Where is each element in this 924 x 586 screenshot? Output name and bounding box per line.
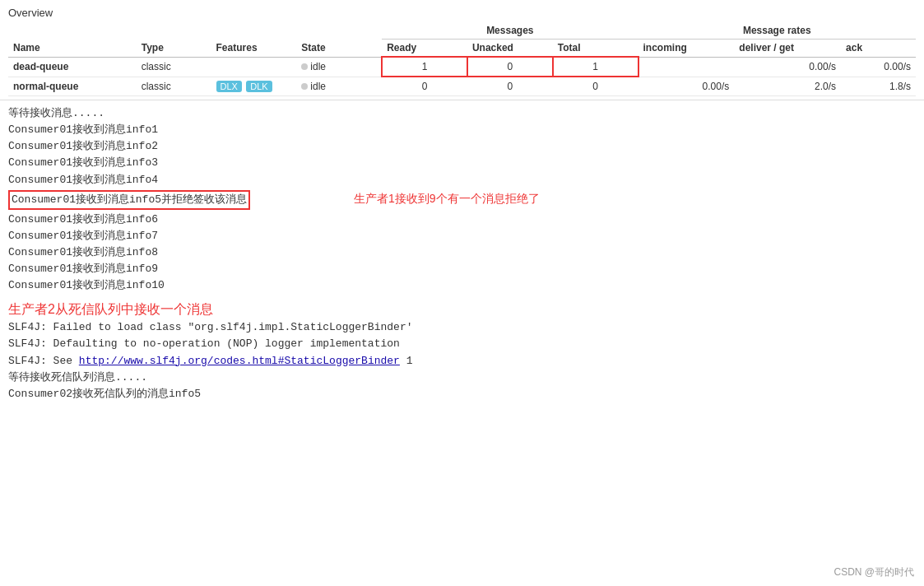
queue-features: DLX DLK xyxy=(211,77,297,96)
table-row: dead-queue classic idle 1 0 1 0.00/s 0.0… xyxy=(8,57,916,77)
slf4j-link[interactable]: http://www.slf4j.org/codes.html#StaticLo… xyxy=(79,355,400,367)
queue-incoming xyxy=(638,57,735,77)
red-heading: 生产者2从死信队列中接收一个消息 xyxy=(8,302,213,316)
queue-deliver: 2.0/s xyxy=(734,77,841,96)
queue-total: 0 xyxy=(553,77,638,96)
log-line: Consumer01接收到消息info7 xyxy=(8,228,916,244)
bordered-log-line: Consumer01接收到消息info5并拒绝签收该消息 xyxy=(8,190,250,210)
queue-state: idle xyxy=(296,57,382,77)
queue-features xyxy=(211,57,297,77)
idle-dot-icon xyxy=(301,63,308,70)
col-header-state: State xyxy=(296,40,382,58)
log-line: Consumer01接收到消息info2 xyxy=(8,138,916,155)
queue-type: classic xyxy=(137,57,211,77)
overview-label: Overview xyxy=(8,7,916,19)
queue-ready: 1 xyxy=(382,57,467,77)
queue-state: idle xyxy=(296,77,382,96)
queue-unacked: 0 xyxy=(467,57,553,77)
log-line: Consumer01接收到消息info4 xyxy=(8,172,916,188)
col-header-deliver: deliver / get xyxy=(734,40,841,58)
queue-total: 1 xyxy=(553,57,638,77)
col-header-name: Name xyxy=(8,40,137,58)
watermark: CSDN @哥的时代 xyxy=(833,565,914,579)
col-header-total: Total xyxy=(553,40,638,58)
table-row: normal-queue classic DLX DLK idle 0 0 xyxy=(8,77,916,96)
queue-ack: 1.8/s xyxy=(841,77,916,96)
log-line: Consumer01接收到消息info1 xyxy=(8,122,916,138)
slf4j-line: SLF4J: Failed to load class "org.slf4j.i… xyxy=(8,319,916,336)
slf4j-line: SLF4J: See http://www.slf4j.org/codes.ht… xyxy=(8,353,916,370)
idle-dot-icon xyxy=(301,83,308,90)
queue-name[interactable]: dead-queue xyxy=(8,57,137,77)
queue-type: classic xyxy=(137,77,211,96)
col-header-unacked: Unacked xyxy=(467,40,553,58)
col-header-features: Features xyxy=(211,40,297,58)
table-section: Overview Messages Message rates Name Typ… xyxy=(0,0,924,100)
queue-table: Messages Message rates Name Type Feature… xyxy=(8,22,916,96)
dlx-tag: DLX xyxy=(216,81,242,92)
messages-group-header: Messages xyxy=(382,22,638,40)
col-header-ready: Ready xyxy=(382,40,467,58)
col-header-ack: ack xyxy=(841,40,916,58)
message-rates-group-header: Message rates xyxy=(638,22,916,40)
queue-ready: 0 xyxy=(382,77,467,96)
queue-unacked: 0 xyxy=(467,77,553,96)
col-header-type: Type xyxy=(137,40,211,58)
queue-name[interactable]: normal-queue xyxy=(8,77,137,96)
queue-incoming: 0.00/s xyxy=(638,77,735,96)
slf4j-line: SLF4J: Defaulting to no-operation (NOP) … xyxy=(8,336,916,352)
log-line: Consumer02接收死信队列的消息info5 xyxy=(8,386,916,402)
log-line: Consumer01接收到消息info8 xyxy=(8,244,916,261)
red-heading-container: 生产者2从死信队列中接收一个消息 xyxy=(8,300,916,320)
side-note: 生产者1接收到9个有一个消息拒绝了 xyxy=(354,190,540,208)
queue-ack: 0.00/s xyxy=(841,57,916,77)
bordered-line-container: Consumer01接收到消息info5并拒绝签收该消息 生产者1接收到9个有一… xyxy=(8,190,916,210)
log-line: 等待接收死信队列消息..... xyxy=(8,370,916,386)
queue-deliver: 0.00/s xyxy=(734,57,841,77)
dlk-tag: DLK xyxy=(246,81,272,92)
log-line: Consumer01接收到消息info6 xyxy=(8,212,916,228)
log-line: 等待接收消息..... xyxy=(8,105,916,122)
log-line: Consumer01接收到消息info9 xyxy=(8,261,916,277)
col-header-incoming: incoming xyxy=(638,40,735,58)
log-section: 等待接收消息..... Consumer01接收到消息info1 Consume… xyxy=(0,100,924,407)
log-line: Consumer01接收到消息info10 xyxy=(8,277,916,294)
log-line: Consumer01接收到消息info3 xyxy=(8,155,916,171)
